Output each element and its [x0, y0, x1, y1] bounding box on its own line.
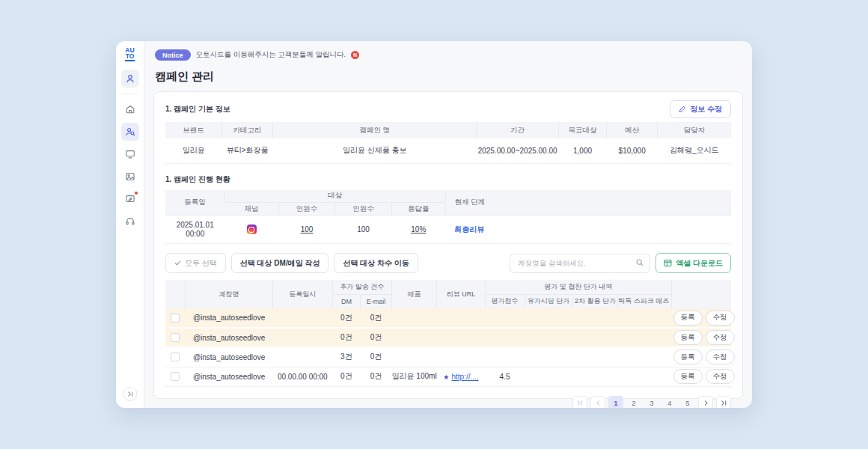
page-prev-button[interactable] — [590, 396, 605, 409]
response-rate-value: 10% — [391, 216, 445, 244]
user-search-icon — [125, 126, 135, 137]
page-number-1[interactable]: 1 — [608, 396, 623, 409]
sidebar-item-support[interactable] — [121, 213, 139, 230]
col-campaign-name: 캠페인 명 — [273, 122, 477, 138]
sidebar-item-messages[interactable] — [121, 190, 139, 208]
col-reg-date: 등록일 — [165, 190, 224, 216]
page-first-button[interactable] — [572, 396, 587, 409]
account-row: @insta_autoseedlove 00.00.00 00:00 0건 0건… — [165, 367, 731, 386]
col-eval-group: 평가 및 협찬 단가 내역 — [485, 280, 671, 294]
accounts-table: 계정명 등록일시 추가 발송 건수 제품 리뷰 URL 평가 및 협찬 단가 내… — [165, 280, 731, 387]
col-budget: 예산 — [607, 122, 658, 138]
check-icon — [174, 260, 181, 266]
col-email: E-mail — [361, 294, 392, 308]
col-seeding-price: 유가시딩 단가 — [525, 294, 572, 308]
progress-title: 1. 캠페인 진행 현황 — [165, 174, 230, 185]
select-all-button[interactable]: 모두 선택 — [165, 253, 226, 273]
sidebar-collapse-button[interactable] — [123, 387, 137, 401]
current-stage-value: 최종리뷰 — [445, 216, 731, 244]
app-window: AU TO — [116, 41, 752, 408]
review-url-link[interactable]: http://.... — [451, 373, 478, 381]
col-category: 카테고리 — [222, 122, 273, 138]
basic-info-row: 일리윤 뷰티>화장품 일리윤 신제품 홍보 2025.00.00~2025.00… — [165, 138, 731, 163]
content-card: 1. 캠페인 기본 정보 정보 수정 브랜드 — [153, 91, 743, 399]
account-row: @insta_autoseedlove 0건 0건 등록수정 — [165, 308, 731, 328]
col-tiktok-cost: 틱톡 스파크 애즈 비용 — [618, 294, 672, 308]
page-last-button[interactable] — [716, 396, 731, 409]
pagination: 1 2 3 4 5 — [165, 387, 731, 409]
headset-icon — [125, 216, 135, 227]
target-value: 1,000 — [558, 138, 606, 163]
page-number-2[interactable]: 2 — [626, 396, 641, 409]
collapse-icon — [126, 391, 133, 397]
sidebar-item-profile[interactable] — [121, 70, 139, 88]
register-button[interactable]: 등록 — [673, 349, 703, 364]
edit-button[interactable]: 수정 — [706, 349, 735, 364]
row-checkbox[interactable] — [171, 333, 180, 342]
account-name: @insta_autoseedlove — [185, 328, 272, 347]
people-count-link[interactable]: 100 — [301, 225, 314, 233]
col-people-count: 인원수 — [278, 203, 335, 216]
category-value: 뷰티>화장품 — [222, 138, 273, 163]
col-account: 계정명 — [185, 280, 272, 308]
auto-logo[interactable]: AU TO — [125, 47, 134, 61]
row-checkbox[interactable] — [171, 352, 180, 361]
col-secondary-price: 2차 활용 단가 — [572, 294, 617, 308]
basic-info-title: 1. 캠페인 기본 정보 — [165, 104, 230, 114]
account-name: @insta_autoseedlove — [185, 347, 272, 367]
new-icon: N — [351, 51, 359, 59]
notice-bar: Notice 오토시드를 이용해주시는 고객분들께 알립니다. N — [153, 49, 743, 61]
section-basic-info-header: 1. 캠페인 기본 정보 정보 수정 — [165, 101, 731, 117]
row-checkbox[interactable] — [171, 372, 180, 381]
col-checkbox — [165, 280, 185, 308]
instagram-icon — [247, 224, 257, 234]
col-channel: 채널 — [224, 203, 278, 216]
col-period: 기간 — [477, 122, 559, 138]
campaign-name-value: 일리윤 신제품 홍보 — [273, 138, 477, 163]
notice-badge: Notice — [155, 49, 191, 61]
sidebar: AU TO — [116, 41, 144, 408]
edit-button[interactable]: 수정 — [706, 369, 735, 384]
row-checkbox[interactable] — [171, 314, 180, 323]
page-next-button[interactable] — [698, 396, 713, 409]
main-content: Notice 오토시드를 이용해주시는 고객분들께 알립니다. N 캠페인 관리… — [144, 41, 752, 408]
star-icon: ★ — [443, 373, 449, 381]
notification-dot — [135, 192, 138, 195]
col-score: 평가점수 — [485, 294, 525, 308]
period-value: 2025.00.00~2025.00.00 — [477, 138, 559, 163]
basic-info-table: 브랜드 카테고리 캠페인 명 기간 목표대상 예산 담당자 일리윤 뷰티>화장품… — [165, 122, 731, 164]
page-number-5[interactable]: 5 — [680, 396, 695, 409]
dm-write-button[interactable]: 선택 대상 DM/메일 작성 — [231, 253, 329, 273]
logo-text-bottom: TO — [125, 53, 134, 61]
register-button[interactable]: 등록 — [673, 330, 703, 345]
account-name: @insta_autoseedlove — [185, 308, 272, 328]
sidebar-item-home[interactable] — [121, 100, 139, 118]
edit-info-button[interactable]: 정보 수정 — [670, 100, 731, 118]
section-progress-header: 1. 캠페인 진행 현황 — [165, 174, 731, 185]
register-button[interactable]: 등록 — [673, 311, 703, 326]
col-actions — [672, 280, 731, 308]
pencil-icon — [679, 106, 686, 113]
excel-download-button[interactable]: 엑셀 다운로드 — [655, 253, 731, 273]
search-input[interactable] — [510, 254, 650, 273]
move-round-button[interactable]: 선택 대상 차수 이동 — [334, 253, 418, 273]
page-number-3[interactable]: 3 — [644, 396, 659, 409]
page-number-4[interactable]: 4 — [662, 396, 677, 409]
home-icon — [125, 104, 135, 114]
col-dm: DM — [332, 294, 361, 308]
sidebar-item-media[interactable] — [121, 168, 139, 186]
col-reg-datetime: 등록일시 — [273, 280, 332, 308]
people-count-value: 100 — [278, 216, 335, 244]
edit-button[interactable]: 수정 — [706, 311, 735, 326]
response-rate-link[interactable]: 10% — [411, 225, 426, 233]
channel-value — [224, 216, 278, 244]
sidebar-item-monitor[interactable] — [121, 145, 139, 163]
col-extra-send-group: 추가 발송 건수 — [332, 280, 391, 294]
col-product: 제품 — [391, 280, 436, 308]
notice-text: 오토시드를 이용해주시는 고객분들께 알립니다. — [196, 50, 346, 60]
register-button[interactable]: 등록 — [673, 369, 703, 384]
col-response-rate: 응답율 — [391, 203, 445, 216]
sidebar-item-campaign[interactable] — [121, 123, 139, 141]
manager-value: 김해령_오시드 — [658, 138, 731, 163]
edit-button[interactable]: 수정 — [706, 330, 735, 345]
